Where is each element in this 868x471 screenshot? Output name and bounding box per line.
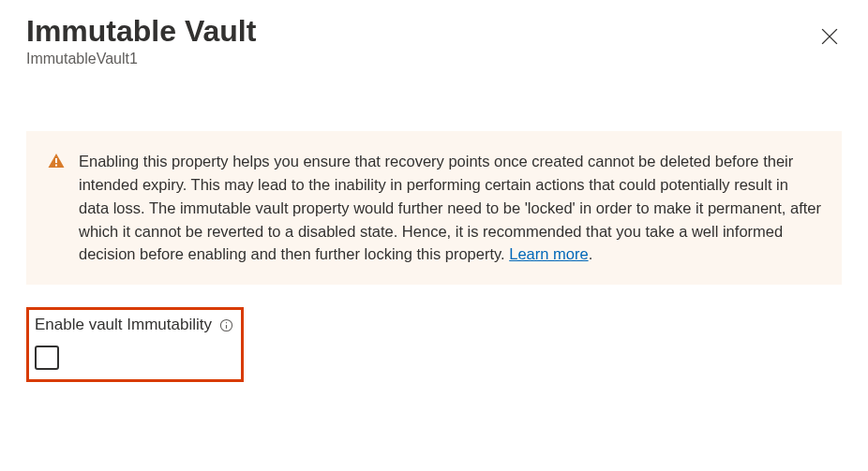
svg-rect-3	[55, 165, 57, 167]
enable-immutability-section: Enable vault Immutability	[26, 307, 244, 382]
warning-infobox: Enabling this property helps you ensure …	[26, 131, 842, 285]
header-text-block: Immutable Vault ImmutableVault1	[26, 13, 256, 67]
panel-header: Immutable Vault ImmutableVault1	[26, 13, 842, 67]
learn-more-link[interactable]: Learn more	[509, 245, 588, 262]
info-icon[interactable]	[219, 318, 233, 332]
enable-immutability-checkbox[interactable]	[35, 346, 59, 370]
enable-immutability-label: Enable vault Immutability	[35, 316, 212, 334]
enable-label-row: Enable vault Immutability	[35, 316, 233, 334]
svg-rect-2	[55, 158, 57, 163]
warning-icon	[47, 152, 66, 174]
warning-text: Enabling this property helps you ensure …	[79, 150, 821, 266]
close-button[interactable]	[816, 22, 844, 54]
page-title: Immutable Vault	[26, 13, 256, 49]
close-icon	[821, 32, 838, 48]
svg-point-6	[226, 322, 227, 323]
warning-message: Enabling this property helps you ensure …	[79, 153, 821, 262]
resource-name: ImmutableVault1	[26, 51, 256, 67]
